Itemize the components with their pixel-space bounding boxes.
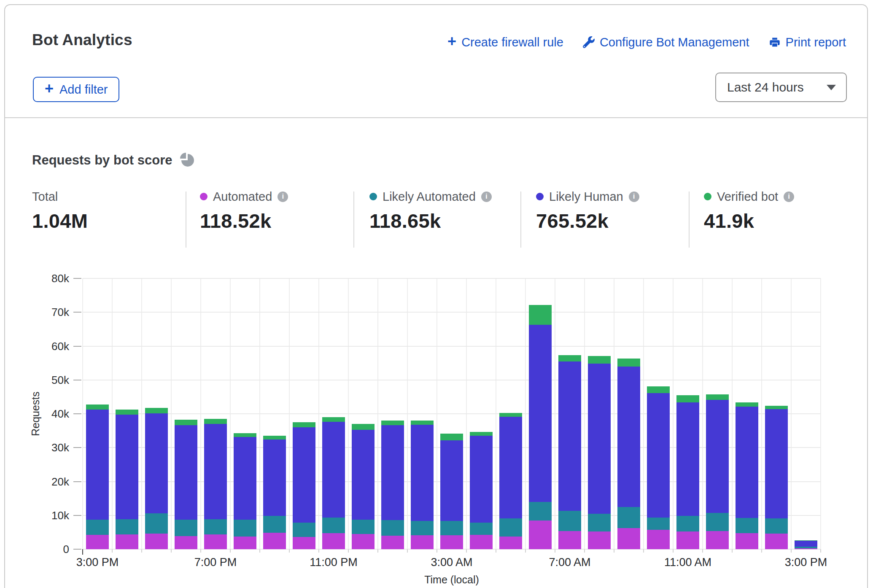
x-axis-tick	[673, 549, 674, 553]
likely-human-segment	[795, 541, 817, 547]
bar-3-00-pm[interactable]	[795, 540, 817, 549]
likely-automated-segment	[116, 519, 138, 534]
stat-likely-automated-value: 118.65k	[369, 209, 492, 232]
verified-bot-segment	[145, 408, 168, 413]
x-axis-tick	[82, 549, 83, 555]
likely-automated-segment	[322, 518, 345, 533]
bar-6-00-pm[interactable]	[175, 420, 197, 549]
likely-automated-segment	[676, 516, 699, 531]
likely-human-segment	[234, 437, 256, 520]
bar-2-00-pm[interactable]	[765, 406, 788, 549]
stat-likely-human-label: Likely Human	[549, 190, 623, 204]
x-axis-tick	[259, 549, 260, 553]
automated-segment	[145, 534, 168, 549]
y-axis-tick	[73, 312, 81, 313]
likely-automated-segment	[352, 520, 375, 534]
likely-automated-legend-dot	[369, 193, 377, 200]
time-range-select[interactable]: Last 24 hours	[715, 73, 847, 102]
bar-12-00-am[interactable]	[352, 424, 375, 549]
create-firewall-rule-label: Create firewall rule	[461, 35, 563, 49]
stat-automated-label: Automated	[213, 190, 272, 204]
bar-3-00-am[interactable]	[440, 434, 463, 549]
horizontal-gridline	[83, 346, 821, 347]
section-title-row: Requests by bot score	[32, 153, 194, 168]
stat-total-value: 1.04M	[32, 209, 88, 232]
bar-9-00-am[interactable]	[617, 359, 640, 549]
configure-bot-management-link[interactable]: Configure Bot Management	[583, 35, 749, 49]
x-axis-label: 3:00 PM	[51, 556, 144, 569]
x-axis-tick	[289, 549, 290, 553]
verified-bot-segment	[558, 355, 581, 361]
verified-bot-segment	[499, 413, 522, 417]
bar-11-00-am[interactable]	[676, 395, 699, 549]
automated-segment	[234, 537, 256, 550]
bar-5-00-am[interactable]	[499, 413, 522, 549]
automated-segment	[293, 537, 315, 549]
verified-bot-segment	[381, 421, 404, 425]
bar-10-00-pm[interactable]	[293, 422, 315, 549]
x-axis-label: 7:00 AM	[523, 556, 616, 569]
likely-automated-segment	[263, 516, 286, 532]
header-divider	[5, 117, 867, 118]
x-axis-label: 3:00 AM	[405, 556, 498, 569]
y-axis-label: 30k	[23, 441, 69, 454]
chevron-down-icon	[827, 85, 836, 90]
likely-human-segment	[499, 417, 522, 518]
verified-bot-segment	[765, 406, 788, 409]
likely-automated-segment	[617, 507, 640, 528]
likely-automated-segment	[86, 520, 109, 534]
automated-segment	[558, 531, 581, 549]
bar-9-00-pm[interactable]	[263, 436, 286, 549]
automated-legend-dot	[200, 193, 207, 200]
bar-10-00-am[interactable]	[647, 386, 670, 549]
bar-8-00-am[interactable]	[588, 356, 611, 549]
bar-7-00-pm[interactable]	[204, 419, 227, 549]
y-axis-tick	[73, 447, 81, 448]
likely-human-segment	[440, 440, 463, 521]
stat-automated-value: 118.52k	[200, 209, 288, 232]
y-axis-label: 20k	[23, 475, 69, 488]
printer-icon	[769, 36, 781, 48]
y-axis-label: 10k	[23, 509, 69, 522]
print-report-link[interactable]: Print report	[769, 35, 846, 49]
automated-segment	[676, 531, 699, 550]
info-icon[interactable]: i	[784, 192, 794, 202]
bar-4-00-pm[interactable]	[116, 410, 138, 549]
likely-human-segment	[529, 325, 552, 502]
likely-human-legend-dot	[536, 193, 544, 200]
bar-5-00-pm[interactable]	[145, 408, 168, 549]
stat-verified-bot-label: Verified bot	[717, 190, 778, 204]
info-icon[interactable]: i	[481, 192, 492, 202]
info-icon[interactable]: i	[629, 192, 639, 202]
bar-7-00-am[interactable]	[558, 355, 581, 549]
automated-segment	[499, 537, 522, 550]
bar-6-00-am[interactable]	[529, 305, 552, 549]
bar-1-00-am[interactable]	[381, 421, 404, 549]
likely-automated-segment	[145, 513, 168, 534]
bar-12-00-pm[interactable]	[706, 394, 729, 549]
configure-bot-management-label: Configure Bot Management	[600, 35, 749, 49]
bar-8-00-pm[interactable]	[234, 433, 256, 549]
plus-icon: +	[45, 81, 54, 96]
y-axis-tick	[73, 481, 81, 482]
time-range-value: Last 24 hours	[716, 80, 827, 94]
add-filter-button[interactable]: + Add filter	[33, 77, 119, 102]
bar-3-00-pm[interactable]	[86, 405, 109, 549]
automated-segment	[352, 534, 375, 549]
bar-4-00-am[interactable]	[470, 432, 493, 549]
section-title: Requests by bot score	[32, 153, 172, 168]
create-firewall-rule-link[interactable]: + Create firewall rule	[447, 35, 563, 50]
wrench-icon	[583, 36, 595, 48]
bar-2-00-am[interactable]	[411, 421, 434, 549]
likely-human-segment	[204, 424, 227, 519]
automated-segment	[175, 536, 197, 549]
verified-bot-segment	[676, 395, 699, 402]
bar-11-00-pm[interactable]	[322, 417, 345, 549]
info-icon[interactable]: i	[278, 192, 288, 202]
likely-automated-segment	[470, 523, 493, 534]
x-axis-tick	[407, 549, 408, 553]
verified-bot-segment	[617, 359, 640, 367]
likely-human-segment	[175, 425, 197, 520]
x-axis-tick	[820, 549, 821, 553]
bar-1-00-pm[interactable]	[736, 402, 758, 549]
